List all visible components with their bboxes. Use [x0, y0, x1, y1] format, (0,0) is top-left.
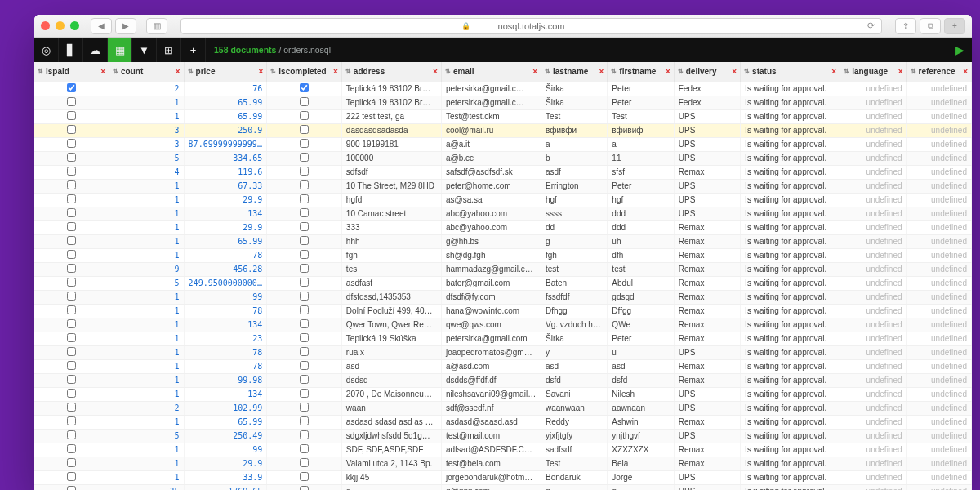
- cell-delivery[interactable]: Remax: [674, 318, 740, 332]
- table-row[interactable]: 178fghsh@dg.fghfghdfhRemaxIs waiting for…: [34, 248, 972, 262]
- cell-lastname[interactable]: Test: [541, 109, 607, 123]
- cell-iscompleted[interactable]: [267, 457, 342, 470]
- checkbox-ispaid[interactable]: [67, 361, 76, 370]
- checkbox-ispaid[interactable]: [67, 444, 76, 453]
- cell-iscompleted[interactable]: [267, 96, 342, 109]
- cell-status[interactable]: Is waiting for approval.: [741, 109, 840, 123]
- cell-price[interactable]: 334.65: [184, 151, 267, 165]
- url-bar[interactable]: 🔒 nosql.totaljs.com ⟳: [180, 18, 882, 34]
- cell-iscompleted[interactable]: [267, 290, 342, 304]
- cell-price[interactable]: 134: [184, 207, 267, 220]
- cell-status[interactable]: Is waiting for approval.: [741, 457, 840, 470]
- cell-delivery[interactable]: Remax: [674, 220, 740, 234]
- checkbox-iscompleted[interactable]: [300, 139, 309, 148]
- cell-email[interactable]: test@bela.com: [441, 457, 541, 470]
- checkbox-iscompleted[interactable]: [300, 125, 309, 134]
- cell-delivery[interactable]: Remax: [674, 290, 740, 304]
- cell-iscompleted[interactable]: [267, 248, 342, 262]
- checkbox-iscompleted[interactable]: [300, 278, 309, 287]
- cell-price[interactable]: 99: [184, 290, 267, 304]
- cell-lastname[interactable]: Dfhgg: [541, 304, 607, 318]
- cell-firstname[interactable]: Abdul: [608, 276, 674, 290]
- cell-lastname[interactable]: yjxfjtgfy: [541, 429, 607, 443]
- cell-lastname[interactable]: Baten: [541, 276, 607, 290]
- table-row[interactable]: 351769.65gg@ggg.comggUPSIs waiting for a…: [34, 484, 972, 490]
- sort-icon[interactable]: ⇅: [270, 68, 276, 75]
- cell-lastname[interactable]: g: [541, 234, 607, 248]
- cell-delivery[interactable]: UPS: [674, 345, 740, 359]
- cell-status[interactable]: Is waiting for approval.: [741, 248, 840, 262]
- cell-email[interactable]: a@a.it: [441, 137, 541, 151]
- tabs-button[interactable]: ⧉: [920, 18, 941, 34]
- checkbox-ispaid[interactable]: [67, 236, 76, 245]
- remove-column-icon[interactable]: ×: [176, 67, 180, 76]
- cell-iscompleted[interactable]: [267, 220, 342, 234]
- cell-ispaid[interactable]: [34, 151, 109, 165]
- cell-count[interactable]: 4: [109, 165, 185, 179]
- cell-lastname[interactable]: sadfsdf: [541, 443, 607, 457]
- cell-ispaid[interactable]: [34, 220, 109, 234]
- cell-count[interactable]: 1: [109, 220, 185, 234]
- cell-language[interactable]: undefined: [840, 387, 906, 401]
- cell-address[interactable]: waan: [341, 401, 441, 415]
- cell-price[interactable]: 23: [184, 332, 267, 345]
- checkbox-iscompleted[interactable]: [300, 180, 309, 189]
- table-row[interactable]: 5334.65100000a@b.ccb11UPSIs waiting for …: [34, 151, 972, 165]
- cell-firstname[interactable]: QWe: [608, 318, 674, 332]
- cell-status[interactable]: Is waiting for approval.: [741, 262, 840, 276]
- cell-lastname[interactable]: g: [541, 484, 607, 490]
- cell-delivery[interactable]: Remax: [674, 165, 740, 179]
- cell-delivery[interactable]: UPS: [674, 207, 740, 220]
- checkbox-iscompleted[interactable]: [300, 416, 309, 425]
- cell-firstname[interactable]: Test: [608, 109, 674, 123]
- cell-price[interactable]: 78: [184, 359, 267, 373]
- cell-ispaid[interactable]: [34, 429, 109, 443]
- cell-lastname[interactable]: Errington: [541, 179, 607, 193]
- checkbox-ispaid[interactable]: [67, 222, 76, 231]
- cell-ispaid[interactable]: [34, 457, 109, 470]
- cell-ispaid[interactable]: [34, 193, 109, 207]
- cell-iscompleted[interactable]: [267, 401, 342, 415]
- cell-lastname[interactable]: test: [541, 262, 607, 276]
- cell-language[interactable]: undefined: [840, 359, 906, 373]
- checkbox-ispaid[interactable]: [67, 333, 76, 342]
- cell-price[interactable]: 29.9: [184, 457, 267, 470]
- cell-ispaid[interactable]: [34, 179, 109, 193]
- cell-count[interactable]: 1: [109, 109, 185, 123]
- cell-iscompleted[interactable]: [267, 332, 342, 345]
- cell-address[interactable]: sdgxljdwhsfsdd 5d1g…: [341, 429, 441, 443]
- cell-price[interactable]: 29.9: [184, 220, 267, 234]
- cell-delivery[interactable]: UPS: [674, 470, 740, 484]
- checkbox-iscompleted[interactable]: [300, 292, 309, 301]
- column-header-firstname[interactable]: ⇅firstname×: [608, 62, 674, 82]
- cell-status[interactable]: Is waiting for approval.: [741, 137, 840, 151]
- cell-email[interactable]: petersirka@gmail.c…: [441, 96, 541, 109]
- cell-ispaid[interactable]: [34, 484, 109, 490]
- cell-ispaid[interactable]: [34, 109, 109, 123]
- back-button[interactable]: ◀: [91, 18, 112, 34]
- cell-address[interactable]: Dolní Podluží 499, 40…: [341, 304, 441, 318]
- cell-firstname[interactable]: ynjthgvf: [608, 429, 674, 443]
- cell-ispaid[interactable]: [34, 276, 109, 290]
- cell-email[interactable]: Test@test.ckm: [441, 109, 541, 123]
- cell-address[interactable]: kkjj 45: [341, 470, 441, 484]
- cell-ispaid[interactable]: [34, 345, 109, 359]
- cell-iscompleted[interactable]: [267, 179, 342, 193]
- cell-reference[interactable]: undefined: [906, 193, 971, 207]
- cell-delivery[interactable]: Remax: [674, 262, 740, 276]
- cell-count[interactable]: 1: [109, 470, 185, 484]
- cell-status[interactable]: Is waiting for approval.: [741, 359, 840, 373]
- zoom-window-icon[interactable]: [70, 21, 79, 30]
- cell-price[interactable]: 456.28: [184, 262, 267, 276]
- cell-ispaid[interactable]: [34, 165, 109, 179]
- checkbox-iscompleted[interactable]: [300, 153, 309, 162]
- cell-reference[interactable]: undefined: [906, 443, 971, 457]
- checkbox-ispaid[interactable]: [67, 319, 76, 328]
- checkbox-ispaid[interactable]: [67, 416, 76, 425]
- cell-count[interactable]: 3: [109, 123, 185, 137]
- cell-email[interactable]: g@hh.bs: [441, 234, 541, 248]
- cell-ispaid[interactable]: [34, 443, 109, 457]
- cell-delivery[interactable]: UPS: [674, 429, 740, 443]
- cell-language[interactable]: undefined: [840, 443, 906, 457]
- sort-icon[interactable]: ⇅: [911, 68, 916, 75]
